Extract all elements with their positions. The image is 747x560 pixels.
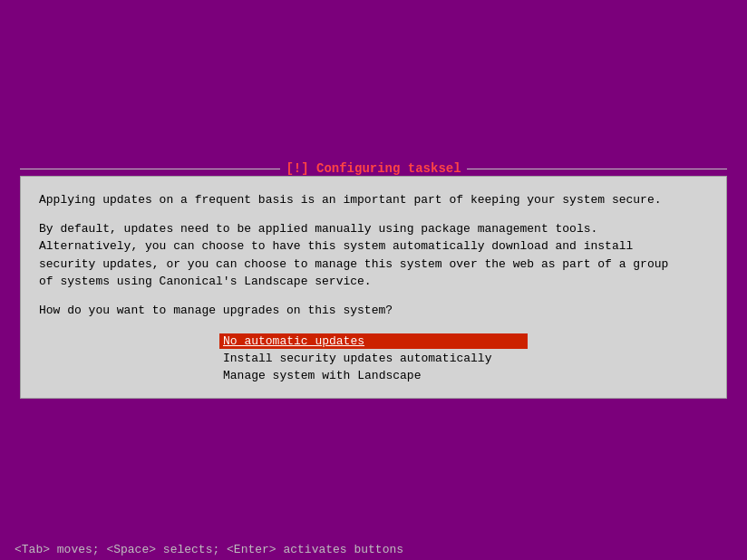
title-bar: [!] Configuring tasksel — [20, 161, 727, 176]
menu-list: No automatic updates Install security up… — [39, 333, 708, 383]
menu-item-landscape[interactable]: Manage system with Landscape — [219, 368, 528, 383]
dialog-wrapper: [!] Configuring tasksel Applying updates… — [20, 161, 727, 399]
screen-background: [!] Configuring tasksel Applying updates… — [0, 0, 747, 560]
dialog-title: [!] Configuring tasksel — [280, 161, 466, 176]
menu-item-security-updates[interactable]: Install security updates automatically — [219, 351, 528, 366]
title-line-left — [20, 169, 280, 169]
title-line-right — [467, 169, 727, 169]
paragraph1: Applying updates on a frequent basis is … — [39, 191, 708, 209]
status-bar-text: <Tab> moves; <Space> selects; <Enter> ac… — [15, 543, 403, 556]
status-bar: <Tab> moves; <Space> selects; <Enter> ac… — [0, 539, 747, 560]
menu-item-no-updates[interactable]: No automatic updates — [219, 333, 528, 349]
dialog-content: Applying updates on a frequent basis is … — [39, 191, 708, 319]
question: How do you want to manage upgrades on th… — [39, 302, 708, 320]
paragraph2: By default, updates need to be applied m… — [39, 220, 708, 291]
dialog-box: Applying updates on a frequent basis is … — [20, 176, 727, 399]
